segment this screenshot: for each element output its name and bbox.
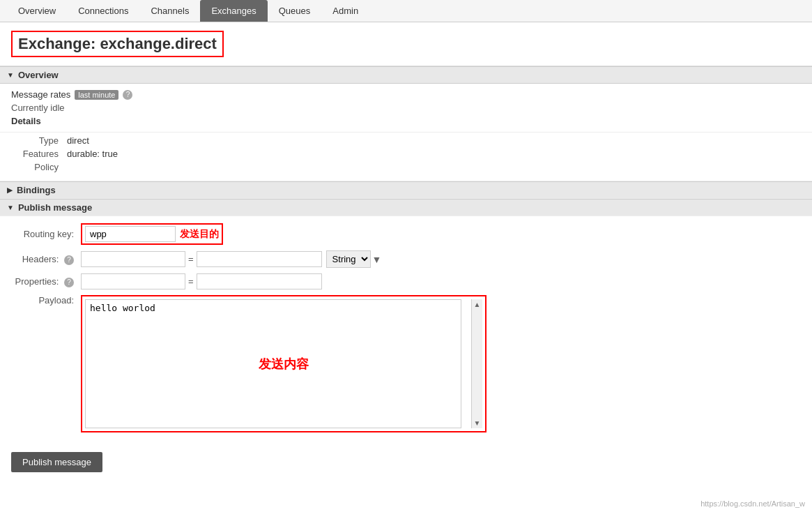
publish-btn-row: Publish message — [0, 445, 812, 483]
headers-label: Headers: ? — [11, 254, 81, 265]
publish-section-label: Publish message — [18, 202, 92, 213]
scrollbar[interactable]: ▲ ▼ — [471, 299, 482, 428]
details-label: Details — [11, 116, 801, 126]
nav-tab-admin[interactable]: Admin — [321, 0, 369, 22]
message-rates-label: Message rates — [11, 89, 70, 100]
detail-features-value: durable: true — [67, 149, 118, 159]
bindings-section-header[interactable]: Bindings — [0, 181, 812, 199]
page-title: Exchange: exchange.direct — [11, 31, 224, 57]
nav-tab-queues[interactable]: Queues — [268, 0, 322, 22]
page-header: Exchange: exchange.direct — [0, 22, 812, 66]
detail-row-policy: Policy — [11, 162, 801, 172]
nav-bar: Overview Connections Channels Exchanges … — [0, 0, 812, 22]
properties-key-input[interactable] — [81, 273, 185, 289]
publish-section-header[interactable]: Publish message — [0, 199, 812, 216]
detail-type-value: direct — [67, 135, 89, 146]
headers-row: Headers: ? = String ▼ — [11, 250, 801, 268]
detail-features-key: Features — [11, 149, 67, 159]
nav-tab-connections[interactable]: Connections — [67, 0, 139, 22]
bindings-arrow-icon — [7, 186, 13, 194]
nav-tab-channels[interactable]: Channels — [139, 0, 200, 22]
payload-wrapper: hello worlod 发送内容 ▲ ▼ — [81, 295, 487, 432]
routing-key-label: Routing key: — [11, 229, 81, 239]
payload-row: Payload: hello worlod 发送内容 ▲ ▼ — [11, 295, 801, 432]
detail-policy-key: Policy — [11, 162, 67, 172]
routing-key-annotation: 发送目的 — [180, 228, 219, 241]
routing-key-input[interactable] — [85, 226, 176, 242]
routing-key-row: Routing key: 发送目的 — [11, 223, 801, 245]
overview-section-label: Overview — [18, 70, 59, 80]
scroll-up-icon[interactable]: ▲ — [474, 301, 481, 308]
payload-textarea[interactable]: hello worlod — [85, 299, 461, 428]
properties-label-text: Properties: — [15, 276, 59, 287]
page-title-prefix: Exchange: — [18, 35, 100, 52]
bindings-section-label: Bindings — [17, 185, 56, 195]
properties-label: Properties: ? — [11, 276, 81, 287]
publish-message-button[interactable]: Publish message — [11, 452, 102, 472]
headers-label-text: Headers: — [22, 254, 59, 264]
scroll-down-icon[interactable]: ▼ — [474, 419, 481, 427]
currently-idle-text: Currently idle — [11, 103, 801, 113]
publish-content: Routing key: 发送目的 Headers: ? = String ▼ … — [0, 216, 812, 445]
message-rates-row: Message rates last minute ? — [11, 89, 801, 100]
properties-value-input[interactable] — [197, 273, 322, 289]
headers-key-input[interactable] — [81, 251, 185, 267]
message-rates-help-icon[interactable]: ? — [123, 90, 132, 100]
routing-key-wrapper: 发送目的 — [81, 223, 223, 245]
overview-section-header[interactable]: Overview — [0, 66, 812, 84]
overview-content: Message rates last minute ? Currently id… — [0, 84, 812, 133]
dropdown-arrow-icon: ▼ — [372, 254, 382, 265]
properties-equals: = — [185, 276, 197, 287]
overview-arrow-icon — [7, 71, 14, 79]
payload-inner: hello worlod 发送内容 ▲ ▼ — [85, 299, 482, 428]
headers-value-input[interactable] — [197, 251, 322, 267]
detail-row-features: Features durable: true — [11, 149, 801, 159]
headers-equals: = — [185, 254, 197, 264]
properties-row: Properties: ? = — [11, 273, 801, 289]
payload-label: Payload: — [11, 295, 81, 306]
string-type-select[interactable]: String — [326, 250, 371, 268]
publish-arrow-icon — [7, 204, 14, 211]
headers-help-icon[interactable]: ? — [64, 255, 74, 265]
last-minute-badge[interactable]: last minute — [75, 90, 118, 100]
detail-type-key: Type — [11, 135, 67, 146]
page-title-name: exchange.direct — [100, 35, 217, 52]
nav-tab-exchanges[interactable]: Exchanges — [200, 0, 267, 22]
details-table: Type direct Features durable: true Polic… — [0, 133, 812, 181]
detail-row-type: Type direct — [11, 135, 801, 146]
properties-help-icon[interactable]: ? — [64, 278, 74, 287]
nav-tab-overview[interactable]: Overview — [7, 0, 67, 22]
